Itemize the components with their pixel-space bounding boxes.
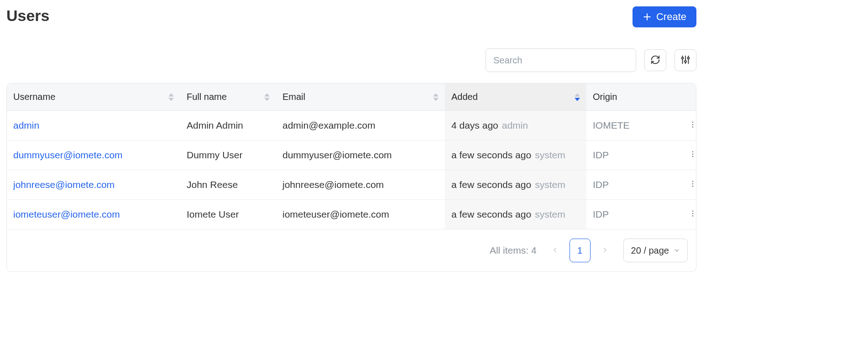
sort-icon (264, 93, 270, 101)
plus-icon (643, 12, 652, 21)
more-vertical-icon (689, 120, 696, 131)
refresh-button[interactable] (644, 49, 666, 71)
svg-point-9 (692, 124, 693, 125)
username-link[interactable]: admin (13, 120, 39, 130)
fullname-cell: John Reese (180, 170, 276, 200)
more-vertical-icon (689, 209, 696, 220)
column-label: Email (282, 92, 305, 102)
column-label: Added (451, 92, 478, 102)
fullname-cell: Iomete User (180, 200, 276, 229)
svg-point-8 (692, 122, 693, 123)
fullname-cell: Dummy User (180, 141, 276, 170)
table-row: iometeuser@iomete.comIomete Useriometeus… (7, 200, 696, 229)
chevron-down-icon (674, 245, 680, 256)
table-row: johnreese@iomete.comJohn Reesejohnreese@… (7, 170, 696, 200)
added-by: system (535, 209, 565, 219)
chevron-right-icon (601, 245, 609, 256)
create-button-label: Create (656, 11, 686, 23)
added-time: a few seconds ago (451, 209, 531, 219)
sliders-icon (680, 55, 690, 66)
row-actions-button[interactable] (689, 209, 696, 220)
svg-point-5 (685, 60, 686, 62)
added-cell: 4 days agoadmin (445, 111, 586, 141)
filter-settings-button[interactable] (675, 49, 696, 71)
next-page-button[interactable] (598, 243, 612, 258)
svg-point-11 (692, 151, 693, 152)
column-header-origin[interactable]: Origin (586, 83, 678, 111)
column-label: Origin (593, 92, 617, 102)
svg-point-14 (692, 181, 693, 182)
added-time: a few seconds ago (451, 179, 531, 190)
refresh-icon (650, 55, 660, 66)
svg-point-13 (692, 156, 693, 157)
svg-point-17 (692, 211, 693, 212)
page-title: Users (6, 6, 50, 25)
svg-point-16 (692, 186, 693, 187)
svg-point-3 (682, 57, 684, 59)
column-header-fullname[interactable]: Full name (180, 83, 276, 111)
svg-point-18 (692, 213, 693, 214)
email-cell: iometeuser@iomete.com (276, 200, 445, 229)
page-size-select[interactable]: 20 / page (623, 239, 688, 262)
added-time: a few seconds ago (451, 150, 531, 160)
username-link[interactable]: iometeuser@iomete.com (13, 209, 120, 219)
origin-cell: IDP (586, 141, 678, 170)
users-table: Username Full name Email Added (6, 83, 696, 272)
sort-icon (168, 93, 174, 101)
table-row: dummyuser@iomete.comDummy Userdummyuser@… (7, 141, 696, 170)
chevron-left-icon (551, 245, 559, 256)
prev-page-button[interactable] (548, 243, 562, 258)
row-actions-button[interactable] (689, 150, 696, 161)
added-cell: a few seconds agosystem (445, 170, 586, 200)
added-time: 4 days ago (451, 120, 498, 130)
column-label: Username (13, 92, 55, 102)
more-vertical-icon (689, 150, 696, 161)
row-actions-button[interactable] (689, 120, 696, 131)
column-header-actions (678, 83, 696, 111)
column-label: Full name (187, 92, 227, 102)
table-row: adminAdmin Adminadmin@example.com4 days … (7, 111, 696, 141)
create-button[interactable]: Create (633, 6, 696, 27)
svg-point-10 (692, 126, 693, 127)
origin-cell: IOMETE (586, 111, 678, 141)
email-cell: johnreese@iomete.com (276, 170, 445, 200)
svg-point-7 (687, 57, 689, 59)
fullname-cell: Admin Admin (180, 111, 276, 141)
added-by: system (535, 179, 565, 190)
username-link[interactable]: dummyuser@iomete.com (13, 150, 123, 160)
email-cell: admin@example.com (276, 111, 445, 141)
added-cell: a few seconds agosystem (445, 200, 586, 229)
sort-icon (575, 93, 580, 101)
search-input[interactable] (486, 48, 636, 72)
added-by: system (535, 150, 565, 160)
page-number[interactable]: 1 (570, 239, 591, 262)
svg-point-19 (692, 215, 693, 216)
svg-point-15 (692, 183, 693, 184)
added-by: admin (502, 120, 528, 130)
items-count: All items: 4 (490, 245, 537, 256)
svg-point-12 (692, 154, 693, 155)
row-actions-button[interactable] (689, 179, 696, 190)
column-header-username[interactable]: Username (7, 83, 180, 111)
sort-icon (433, 93, 439, 101)
origin-cell: IDP (586, 170, 678, 200)
column-header-added[interactable]: Added (445, 83, 586, 111)
username-link[interactable]: johnreese@iomete.com (13, 179, 115, 190)
origin-cell: IDP (586, 200, 678, 229)
email-cell: dummyuser@iomete.com (276, 141, 445, 170)
column-header-email[interactable]: Email (276, 83, 445, 111)
more-vertical-icon (689, 179, 696, 190)
page-size-label: 20 / page (631, 245, 669, 256)
added-cell: a few seconds agosystem (445, 141, 586, 170)
